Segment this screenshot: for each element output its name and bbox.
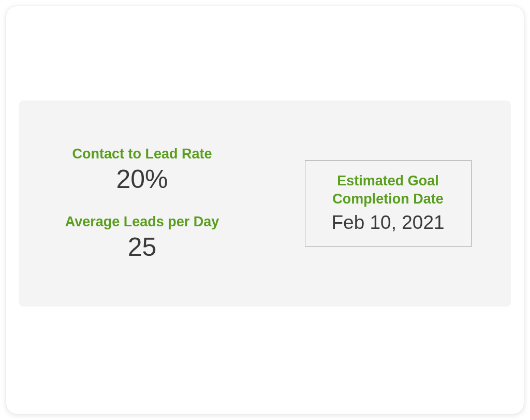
goal-label-line1: Estimated Goal [337,173,439,189]
metric-value-avg-leads: 25 [65,233,219,262]
goal-label: Estimated Goal Completion Date [322,172,454,208]
dashboard-card: Contact to Lead Rate 20% Average Leads p… [6,6,524,414]
metric-label-avg-leads: Average Leads per Day [65,213,219,230]
metric-avg-leads: Average Leads per Day 25 [65,213,219,262]
metrics-right-column: Estimated Goal Completion Date Feb 10, 2… [265,150,511,258]
goal-completion-box: Estimated Goal Completion Date Feb 10, 2… [305,160,472,248]
goal-label-line2: Completion Date [332,191,444,207]
metric-label-contact-to-lead: Contact to Lead Rate [72,146,212,162]
metric-value-contact-to-lead: 20% [72,165,212,194]
metrics-panel: Contact to Lead Rate 20% Average Leads p… [19,100,511,307]
metrics-left-column: Contact to Lead Rate 20% Average Leads p… [19,135,265,272]
goal-value: Feb 10, 2021 [322,212,454,234]
metric-contact-to-lead: Contact to Lead Rate 20% [72,146,212,194]
